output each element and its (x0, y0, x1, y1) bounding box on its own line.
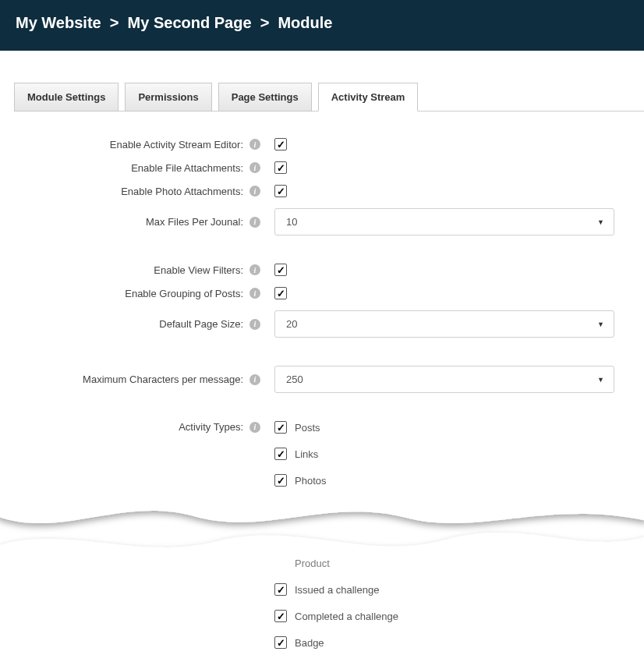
tab-permissions[interactable]: Permissions (125, 83, 211, 112)
activity-type-label: Completed a challenge (295, 611, 398, 622)
label-enable-grouping-of-posts: Enable Grouping of Posts: (125, 288, 243, 299)
label-enable-photo-attachments: Enable Photo Attachments: (121, 186, 243, 197)
tab-page-settings[interactable]: Page Settings (218, 83, 312, 112)
info-icon[interactable]: i (249, 319, 260, 330)
label-max-files-per-journal: Max Files Per Jounal: (146, 216, 243, 228)
content-truncation-indicator (0, 501, 644, 557)
checkbox-enable-activity-stream-editor[interactable] (274, 138, 287, 150)
checkbox-enable-file-attachments[interactable] (274, 161, 287, 174)
activity-type-label: Issued a challenge (295, 584, 379, 596)
checkbox-activity-type-posts[interactable] (274, 421, 287, 434)
label-activity-types: Activity Types: (179, 421, 243, 433)
info-icon[interactable]: i (249, 186, 260, 196)
info-icon[interactable]: i (249, 288, 260, 299)
tab-module-settings[interactable]: Module Settings (14, 83, 119, 112)
info-icon[interactable]: i (249, 139, 260, 150)
breadcrumb: My Website > My Second Page > Module (0, 0, 644, 51)
checkbox-activity-type-links[interactable] (274, 448, 287, 460)
breadcrumb-item[interactable]: My Second Page (128, 14, 252, 31)
checkbox-activity-type-photos[interactable] (274, 474, 287, 487)
settings-form: Enable Activity Stream Editor: i Enable … (0, 112, 644, 487)
info-icon[interactable]: i (249, 422, 260, 433)
select-default-page-size[interactable]: 20 (274, 310, 614, 338)
label-default-page-size: Default Page Size: (159, 318, 243, 330)
checkbox-activity-type-issued-challenge[interactable] (274, 583, 287, 596)
info-icon[interactable]: i (249, 162, 260, 173)
label-enable-file-attachments: Enable File Attachments: (131, 162, 243, 174)
activity-type-label: Posts (295, 422, 320, 434)
info-icon[interactable]: i (249, 374, 260, 385)
breadcrumb-item[interactable]: My Website (16, 14, 101, 31)
breadcrumb-item[interactable]: Module (278, 14, 332, 31)
tab-activity-stream[interactable]: Activity Stream (318, 83, 419, 112)
select-max-files-per-journal[interactable]: 10 (274, 208, 614, 235)
activity-type-label: Links (295, 448, 318, 460)
activity-type-label: Photos (295, 475, 326, 487)
label-enable-activity-stream-editor: Enable Activity Stream Editor: (110, 139, 243, 150)
info-icon[interactable]: i (249, 217, 260, 228)
checkbox-enable-view-filters[interactable] (274, 264, 287, 276)
activity-type-label: Badge (295, 637, 324, 649)
tab-bar: Module Settings Permissions Page Setting… (14, 82, 644, 112)
label-max-chars-per-message: Maximum Characters per message: (83, 374, 243, 385)
checkbox-activity-type-completed-challenge[interactable] (274, 610, 287, 622)
select-max-chars-per-message[interactable]: 250 (274, 366, 614, 393)
activity-type-label: Product (295, 558, 330, 569)
label-enable-view-filters: Enable View Filters: (154, 264, 243, 276)
checkbox-enable-photo-attachments[interactable] (274, 185, 287, 197)
checkbox-enable-grouping-of-posts[interactable] (274, 287, 287, 299)
info-icon[interactable]: i (249, 264, 260, 275)
checkbox-activity-type-badge[interactable] (274, 636, 287, 649)
